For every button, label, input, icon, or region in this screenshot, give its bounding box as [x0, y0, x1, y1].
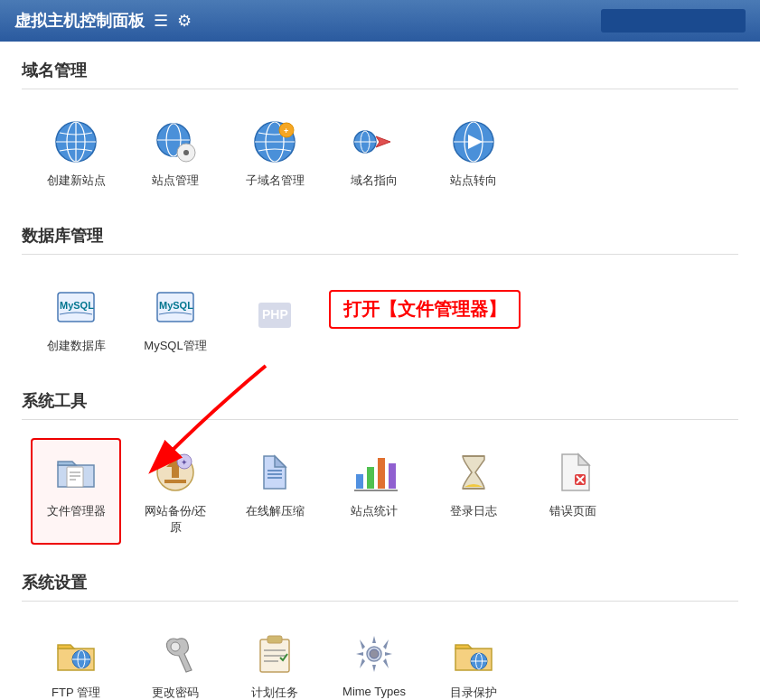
menu-icon[interactable]: ☰ — [154, 11, 168, 31]
item-dir-protect[interactable]: 目录保护 — [428, 620, 519, 700]
section-domain: 域名管理 创建新站点 — [22, 60, 738, 198]
svg-rect-40 — [389, 463, 396, 489]
item-stats[interactable]: 站点统计 — [329, 438, 419, 545]
item-create-site[interactable]: 创建新站点 — [31, 107, 121, 198]
svg-text:PHP: PHP — [262, 307, 288, 322]
svg-rect-37 — [356, 474, 363, 489]
create-db-icon: MySQL — [51, 282, 101, 332]
create-site-icon — [51, 117, 101, 167]
backup-restore-label: 网站备份/还原 — [139, 503, 211, 536]
stats-label: 站点统计 — [351, 503, 398, 519]
section-database: 数据库管理 MySQL 创建数据库 MySQL — [22, 225, 738, 363]
site-manage-label: 站点管理 — [152, 173, 199, 189]
section-system-tools: 系统工具 — [22, 390, 738, 545]
create-site-label: 创建新站点 — [47, 173, 106, 189]
item-login-log[interactable]: 登录日志 — [428, 438, 519, 545]
search-input[interactable] — [601, 9, 746, 33]
svg-rect-24 — [258, 303, 291, 328]
settings-icon[interactable]: ⚙ — [177, 11, 192, 31]
svg-text:MySQL: MySQL — [60, 300, 94, 311]
file-manager-label: 文件管理器 — [47, 503, 106, 519]
subdomain-icon: + — [249, 117, 300, 167]
dir-protect-icon — [448, 629, 499, 679]
database-grid: MySQL 创建数据库 MySQL MySQL管理 — [22, 273, 738, 363]
header-title: 虚拟主机控制面板 — [14, 10, 145, 32]
mime-types-icon — [349, 629, 399, 679]
item-change-pwd[interactable]: 更改密码 — [130, 620, 220, 700]
create-db-label: 创建数据库 — [47, 338, 106, 354]
item-mime-types[interactable]: Mime Types — [329, 620, 419, 700]
site-forward-label: 站点转向 — [450, 173, 497, 189]
mime-types-label: Mime Types — [342, 685, 406, 698]
file-manager-icon — [51, 447, 101, 498]
svg-rect-38 — [367, 467, 374, 489]
cron-icon — [249, 629, 300, 679]
annotation-text: 打开【文件管理器】 — [329, 290, 521, 329]
compress-label: 在线解压缩 — [246, 503, 305, 519]
php-icon: PHP — [249, 290, 300, 341]
section-title-system-tools: 系统工具 — [22, 390, 738, 420]
section-title-database: 数据库管理 — [22, 225, 738, 255]
item-site-manage[interactable]: 站点管理 — [130, 107, 220, 198]
site-manage-icon — [150, 117, 201, 167]
item-backup-restore[interactable]: ✦ 网站备份/还原 — [130, 438, 220, 545]
mysql-manage-label: MySQL管理 — [144, 338, 206, 354]
change-pwd-label: 更改密码 — [152, 685, 199, 700]
section-title-system-settings: 系统设置 — [22, 572, 738, 602]
item-file-manager[interactable]: 文件管理器 — [31, 438, 121, 545]
item-error-page[interactable]: 错误页面 — [528, 438, 618, 545]
domain-redirect-label: 域名指向 — [351, 173, 398, 189]
item-cron[interactable]: 计划任务 — [230, 620, 320, 700]
item-subdomain[interactable]: + 子域名管理 — [230, 107, 320, 198]
backup-restore-icon: ✦ — [150, 447, 201, 498]
svg-text:MySQL: MySQL — [159, 300, 193, 311]
section-title-domain: 域名管理 — [22, 60, 738, 89]
stats-icon — [349, 447, 399, 498]
domain-redirect-icon — [349, 117, 399, 167]
svg-rect-39 — [378, 458, 385, 489]
svg-rect-52 — [267, 636, 282, 643]
item-ftp[interactable]: FTP 管理 — [31, 620, 121, 700]
item-php[interactable]: PHP — [230, 281, 320, 355]
svg-point-50 — [171, 642, 180, 651]
error-page-label: 错误页面 — [549, 503, 596, 519]
subdomain-label: 子域名管理 — [246, 173, 305, 189]
svg-text:+: + — [284, 126, 288, 135]
domain-grid: 创建新站点 站点管理 — [22, 107, 738, 198]
item-domain-redirect[interactable]: 域名指向 — [329, 107, 419, 198]
ftp-label: FTP 管理 — [52, 685, 100, 700]
main-content: 域名管理 创建新站点 — [0, 42, 760, 700]
item-create-db[interactable]: MySQL 创建数据库 — [31, 273, 121, 363]
system-settings-grid: FTP 管理 更改密码 — [22, 620, 738, 700]
svg-text:✦: ✦ — [181, 458, 188, 467]
compress-icon — [249, 447, 300, 498]
section-system-settings: 系统设置 FTP 管理 — [22, 572, 738, 700]
item-compress[interactable]: 在线解压缩 — [230, 438, 320, 545]
change-pwd-icon — [150, 629, 201, 679]
error-page-icon — [548, 447, 598, 498]
item-mysql-manage[interactable]: MySQL MySQL管理 — [130, 273, 220, 363]
dir-protect-label: 目录保护 — [450, 685, 497, 700]
svg-rect-27 — [67, 467, 83, 487]
header: 虚拟主机控制面板 ☰ ⚙ — [0, 0, 760, 42]
item-site-forward[interactable]: 站点转向 — [428, 107, 519, 198]
svg-point-57 — [370, 649, 379, 658]
login-log-label: 登录日志 — [450, 503, 497, 519]
login-log-icon — [448, 447, 499, 498]
system-tools-grid: 文件管理器 ✦ 网站备份/还原 — [22, 438, 738, 545]
site-forward-icon — [448, 117, 499, 167]
mysql-manage-icon: MySQL — [150, 282, 201, 332]
svg-point-8 — [183, 150, 189, 155]
ftp-icon — [51, 629, 101, 679]
cron-label: 计划任务 — [251, 685, 298, 700]
